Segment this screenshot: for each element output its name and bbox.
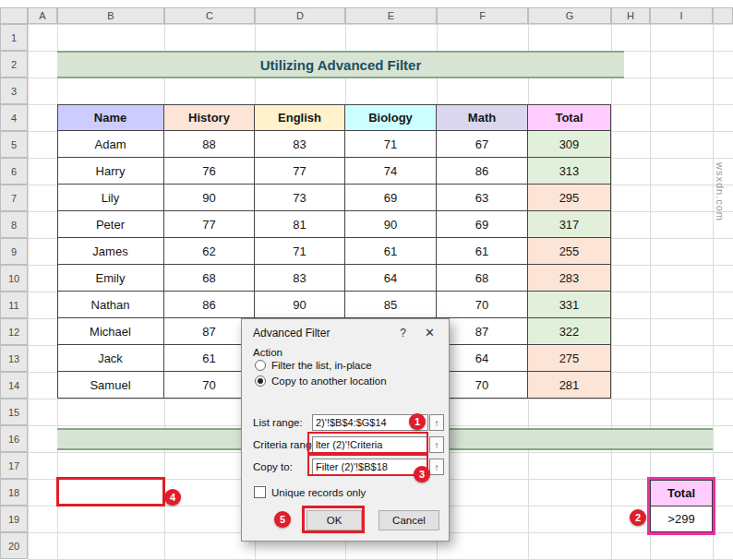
- column-header-C[interactable]: C: [164, 7, 255, 24]
- row-header-4[interactable]: 4: [0, 104, 28, 131]
- cell-E7[interactable]: 69: [345, 185, 437, 211]
- cell-F5[interactable]: 67: [437, 131, 528, 158]
- row-header-12[interactable]: 12: [0, 318, 28, 345]
- table-header-english[interactable]: English: [255, 104, 345, 131]
- row-header-7[interactable]: 7: [0, 185, 28, 211]
- radio-copy-to-another-location[interactable]: Copy to another location: [255, 375, 387, 387]
- cell-I18-total-header[interactable]: Total: [651, 481, 712, 506]
- column-header-extra[interactable]: [713, 7, 733, 24]
- cell-D8[interactable]: 81: [255, 211, 345, 238]
- cell-G6[interactable]: 313: [528, 158, 611, 185]
- cell-B6[interactable]: Harry: [57, 158, 164, 185]
- row-header-17[interactable]: 17: [0, 452, 28, 479]
- row-header-10[interactable]: 10: [0, 265, 28, 292]
- row-header-2[interactable]: 2: [0, 51, 28, 77]
- radio-filter-in-place[interactable]: Filter the list, in-place: [255, 360, 372, 371]
- cell-F12[interactable]: 87: [437, 318, 528, 345]
- table-header-math[interactable]: Math: [437, 104, 528, 131]
- copy-to-input[interactable]: Filter (2)'!$B$18: [312, 459, 428, 475]
- row-header-11[interactable]: 11: [0, 292, 28, 318]
- criteria-range-picker-button[interactable]: ↑: [429, 436, 444, 453]
- cell-G11[interactable]: 331: [528, 292, 611, 318]
- cell-F14[interactable]: 70: [437, 372, 528, 399]
- cell-I19-criteria-value[interactable]: >299: [651, 506, 712, 531]
- row-header-19[interactable]: 19: [0, 506, 28, 532]
- cell-E5[interactable]: 71: [345, 131, 437, 158]
- cell-C10[interactable]: 68: [164, 265, 255, 292]
- cell-D9[interactable]: 71: [255, 238, 345, 265]
- cell-B9[interactable]: James: [57, 238, 164, 265]
- cell-F13[interactable]: 64: [437, 345, 528, 372]
- column-header-B[interactable]: B: [57, 7, 164, 24]
- column-header-G[interactable]: G: [528, 7, 611, 24]
- row-header-13[interactable]: 13: [0, 345, 28, 372]
- cell-C5[interactable]: 88: [164, 131, 255, 158]
- row-header-14[interactable]: 14: [0, 372, 28, 399]
- cell-G13[interactable]: 275: [528, 345, 611, 372]
- cell-F7[interactable]: 63: [437, 185, 528, 211]
- cell-G14[interactable]: 281: [528, 372, 611, 399]
- help-icon[interactable]: ?: [400, 327, 406, 340]
- row-header-18[interactable]: 18: [0, 479, 28, 506]
- cell-E6[interactable]: 74: [345, 158, 437, 185]
- cell-B11[interactable]: Nathan: [57, 292, 164, 318]
- cell-D5[interactable]: 83: [255, 131, 345, 158]
- cell-D11[interactable]: 90: [255, 292, 345, 318]
- cell-E11[interactable]: 85: [345, 292, 437, 318]
- criteria-range-input[interactable]: lter (2)'!Criteria: [312, 436, 428, 453]
- row-header-5[interactable]: 5: [0, 131, 28, 158]
- cell-E8[interactable]: 90: [345, 211, 437, 238]
- cell-B12[interactable]: Michael: [57, 318, 164, 345]
- cell-F11[interactable]: 70: [437, 292, 528, 318]
- table-header-history[interactable]: History: [164, 104, 255, 131]
- column-header-H[interactable]: H: [611, 7, 650, 24]
- row-header-3[interactable]: 3: [0, 77, 28, 104]
- cell-G12[interactable]: 322: [528, 318, 611, 345]
- cell-G10[interactable]: 283: [528, 265, 611, 292]
- row-header-8[interactable]: 8: [0, 211, 28, 238]
- cell-F8[interactable]: 69: [437, 211, 528, 238]
- column-header-I[interactable]: I: [650, 7, 713, 24]
- cell-E9[interactable]: 61: [345, 238, 437, 265]
- column-header-A[interactable]: A: [28, 7, 57, 24]
- table-header-total[interactable]: Total: [528, 104, 611, 131]
- cell-C8[interactable]: 77: [164, 211, 255, 238]
- row-header-15[interactable]: 15: [0, 399, 28, 425]
- cell-D6[interactable]: 77: [255, 158, 345, 185]
- row-header-9[interactable]: 9: [0, 238, 28, 265]
- list-range-picker-button[interactable]: ↑: [429, 414, 444, 431]
- copy-to-picker-button[interactable]: ↑: [429, 459, 444, 475]
- cell-D7[interactable]: 73: [255, 185, 345, 211]
- column-header-D[interactable]: D: [255, 7, 345, 24]
- cell-B8[interactable]: Peter: [57, 211, 164, 238]
- select-all-corner[interactable]: [0, 7, 28, 24]
- cell-B7[interactable]: Lily: [57, 185, 164, 211]
- cell-E10[interactable]: 64: [345, 265, 437, 292]
- close-icon[interactable]: ✕: [425, 326, 435, 340]
- table-header-name[interactable]: Name: [57, 104, 164, 131]
- cell-F9[interactable]: 61: [437, 238, 528, 265]
- row-header-16[interactable]: 16: [0, 425, 28, 452]
- cell-C9[interactable]: 62: [164, 238, 255, 265]
- cell-F6[interactable]: 86: [437, 158, 528, 185]
- column-header-F[interactable]: F: [437, 7, 528, 24]
- cell-G8[interactable]: 317: [528, 211, 611, 238]
- cell-B14[interactable]: Samuel: [57, 372, 164, 399]
- column-header-E[interactable]: E: [345, 7, 437, 24]
- ok-button[interactable]: OK: [306, 510, 362, 530]
- table-header-biology[interactable]: Biology: [345, 104, 437, 131]
- cell-G7[interactable]: 295: [528, 185, 611, 211]
- cell-C6[interactable]: 76: [164, 158, 255, 185]
- cell-B10[interactable]: Emily: [57, 265, 164, 292]
- row-header-6[interactable]: 6: [0, 158, 28, 185]
- cell-G5[interactable]: 309: [528, 131, 611, 158]
- cell-G9[interactable]: 255: [528, 238, 611, 265]
- cell-D10[interactable]: 83: [255, 265, 345, 292]
- unique-records-checkbox[interactable]: Unique records only: [254, 486, 366, 498]
- cell-C7[interactable]: 90: [164, 185, 255, 211]
- cell-B5[interactable]: Adam: [57, 131, 164, 158]
- cell-F10[interactable]: 68: [437, 265, 528, 292]
- cancel-button[interactable]: Cancel: [379, 510, 439, 530]
- row-header-20[interactable]: 20: [0, 532, 28, 559]
- cell-C11[interactable]: 86: [164, 292, 255, 318]
